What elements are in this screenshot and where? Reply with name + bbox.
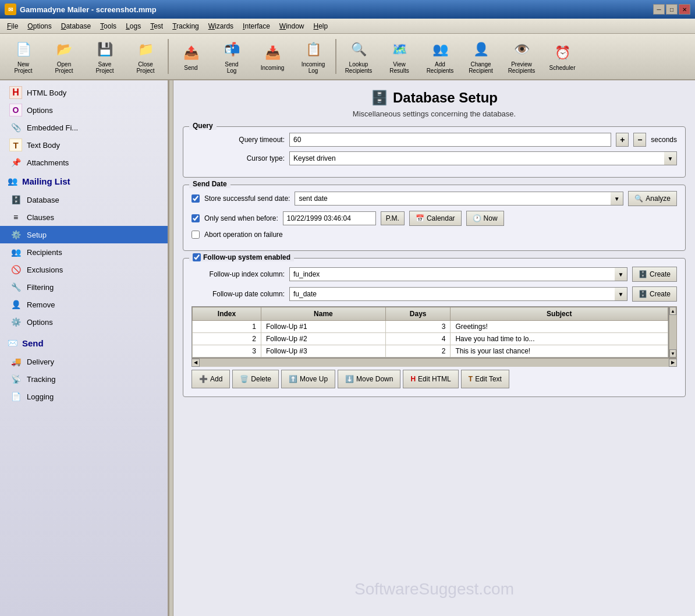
menu-interface[interactable]: Interface <box>238 21 275 31</box>
create-index-button[interactable]: 🗄️ Create <box>632 267 677 282</box>
move-down-icon: ⬇️ <box>345 375 354 383</box>
change-recipient-button[interactable]: 👤 ChangeRecipient <box>461 37 501 76</box>
close-project-button[interactable]: 📁 CloseProject <box>126 37 165 76</box>
followup-date-row: Follow-up date column: ▼ 🗄️ Create <box>192 286 677 302</box>
window-controls[interactable]: ─ □ ✕ <box>653 4 690 15</box>
sidebar-item-attachments[interactable]: 📌 Attachments <box>0 154 168 171</box>
edit-html-button[interactable]: H Edit HTML <box>403 370 458 388</box>
menu-help[interactable]: Help <box>309 21 333 31</box>
minimize-button[interactable]: ─ <box>653 4 665 15</box>
h-scroll-right-button[interactable]: ▶ <box>669 359 677 367</box>
menu-test[interactable]: Test <box>146 21 168 31</box>
followup-index-input[interactable] <box>289 267 615 281</box>
sidebar-item-filtering[interactable]: 🔧 Filtering <box>0 278 168 296</box>
new-project-label: NewProject <box>14 61 32 74</box>
menu-logs[interactable]: Logs <box>121 21 146 31</box>
table-row[interactable]: 2 Follow-Up #2 4 Have you had time to lo… <box>193 333 668 345</box>
analyze-button[interactable]: 🔍 Analyze <box>628 191 677 206</box>
incoming-button[interactable]: 📥 Incoming <box>253 37 292 76</box>
followup-index-dropdown-button[interactable]: ▼ <box>615 267 627 281</box>
sidebar-item-remove[interactable]: 👤 Remove <box>0 296 168 313</box>
page-title-icon: 🗄️ <box>371 90 388 106</box>
followup-enabled-checkbox[interactable] <box>193 253 201 261</box>
followup-index-label: Follow-up index column: <box>192 270 285 278</box>
timeout-input[interactable] <box>289 133 611 147</box>
close-button[interactable]: ✕ <box>679 4 690 15</box>
store-date-checkbox[interactable] <box>192 194 200 203</box>
close-project-label: CloseProject <box>136 61 154 74</box>
add-recipients-icon: 👥 <box>430 39 451 60</box>
menu-file[interactable]: File <box>2 21 23 31</box>
datetime-input[interactable] <box>283 211 376 225</box>
h-scroll-left-button[interactable]: ◀ <box>192 359 200 367</box>
sidebar-item-exclusions[interactable]: 🚫 Exclusions <box>0 261 168 278</box>
preview-recipients-button[interactable]: 👁️ PreviewRecipients <box>502 37 541 76</box>
followup-date-dropdown-button[interactable]: ▼ <box>615 287 627 301</box>
sidebar-item-recipients[interactable]: 👥 Recipients <box>0 243 168 261</box>
scroll-up-arrow[interactable]: ▲ <box>669 307 676 315</box>
store-date-input[interactable] <box>295 192 611 206</box>
table-row[interactable]: 3 Follow-Up #3 2 This is your last chanc… <box>193 345 668 357</box>
embedded-files-icon: 📎 <box>9 121 22 134</box>
cursor-input[interactable] <box>289 151 664 165</box>
followup-date-label: Follow-up date column: <box>192 290 285 298</box>
now-button[interactable]: 🕐 Now <box>466 211 504 226</box>
view-results-button[interactable]: 🗺️ ViewResults <box>380 37 419 76</box>
sidebar-item-text-body[interactable]: T Text Body <box>0 136 168 154</box>
remove-icon: 👤 <box>9 298 22 311</box>
table-row[interactable]: 1 Follow-Up #1 3 Greetings! <box>193 321 668 333</box>
move-down-button[interactable]: ⬇️ Move Down <box>338 370 400 388</box>
move-up-button[interactable]: ⬆️ Move Up <box>281 370 335 388</box>
store-date-dropdown-button[interactable]: ▼ <box>611 192 623 206</box>
bottom-toolbar: ➕ Add 🗑️ Delete ⬆️ Move Up ⬇️ Move Down … <box>192 366 677 390</box>
calendar-button[interactable]: 📅 Calendar <box>409 211 462 226</box>
menu-options[interactable]: Options <box>23 21 56 31</box>
sidebar-item-database[interactable]: 🗄️ Database <box>0 191 168 208</box>
sidebar-item-html-body[interactable]: H HTML Body <box>0 84 168 101</box>
menu-wizards[interactable]: Wizards <box>204 21 238 31</box>
ampm-button[interactable]: P.M. <box>381 211 405 225</box>
sidebar-item-options[interactable]: Ο Options <box>0 101 168 119</box>
timeout-increment-button[interactable]: + <box>616 133 629 147</box>
incoming-label: Incoming <box>261 65 285 71</box>
save-project-button[interactable]: 💾 SaveProject <box>85 37 125 76</box>
add-recipients-button[interactable]: 👥 AddRecipients <box>420 37 460 76</box>
send-button[interactable]: 📤 Send <box>171 37 211 76</box>
menu-window[interactable]: Window <box>275 21 309 31</box>
only-send-checkbox[interactable] <box>192 214 200 222</box>
clauses-label: Clauses <box>27 213 54 222</box>
h-scrollbar[interactable]: ◀ ▶ <box>192 358 677 366</box>
send-log-icon: 📬 <box>221 39 242 60</box>
menu-database[interactable]: Database <box>56 21 95 31</box>
sidebar-item-delivery[interactable]: 🚚 Delivery <box>0 353 168 370</box>
scheduler-button[interactable]: ⏰ Scheduler <box>542 37 582 76</box>
open-project-button[interactable]: 📂 OpenProject <box>44 37 84 76</box>
row3-index: 3 <box>193 345 261 357</box>
send-log-button[interactable]: 📬 SendLog <box>212 37 251 76</box>
delivery-icon: 🚚 <box>9 355 22 368</box>
cursor-dropdown-button[interactable]: ▼ <box>664 151 677 165</box>
edit-text-button[interactable]: T Edit Text <box>461 370 509 388</box>
add-button[interactable]: ➕ Add <box>192 370 230 388</box>
abort-checkbox[interactable] <box>192 231 200 239</box>
timeout-decrement-button[interactable]: − <box>633 133 646 147</box>
incoming-log-button[interactable]: 📋 IncomingLog <box>293 37 333 76</box>
sidebar-item-embedded-files[interactable]: 📎 Embedded Fi... <box>0 119 168 136</box>
sidebar-item-clauses[interactable]: ≡ Clauses <box>0 208 168 226</box>
followup-date-input[interactable] <box>289 287 615 301</box>
scroll-down-arrow[interactable]: ▼ <box>669 349 676 357</box>
sidebar-item-setup[interactable]: ⚙️ Setup <box>0 226 168 243</box>
sidebar-item-ml-options[interactable]: ⚙️ Options <box>0 313 168 331</box>
table-scrollbar[interactable]: ▲ ▼ <box>669 306 677 358</box>
menu-tools[interactable]: Tools <box>95 21 121 31</box>
title-bar: ✉ Gammadyne Mailer - screenshot.mmp ─ □ … <box>0 0 695 19</box>
sidebar-item-tracking[interactable]: 📡 Tracking <box>0 370 168 388</box>
sidebar-resize-handle[interactable] <box>169 80 173 616</box>
sidebar-item-logging[interactable]: 📄 Logging <box>0 388 168 405</box>
maximize-button[interactable]: □ <box>666 4 678 15</box>
new-project-button[interactable]: 📄 NewProject <box>3 37 43 76</box>
create-date-button[interactable]: 🗄️ Create <box>632 286 677 302</box>
delete-button[interactable]: 🗑️ Delete <box>232 370 279 388</box>
lookup-recipients-button[interactable]: 🔍 LookupRecipients <box>339 37 378 76</box>
menu-tracking[interactable]: Tracking <box>168 21 204 31</box>
